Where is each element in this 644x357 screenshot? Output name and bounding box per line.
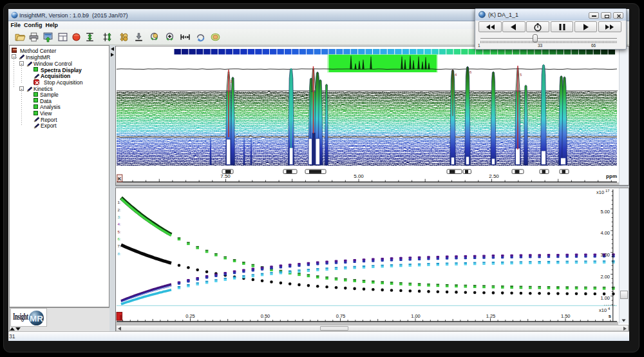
- svg-text:MR: MR: [30, 314, 43, 323]
